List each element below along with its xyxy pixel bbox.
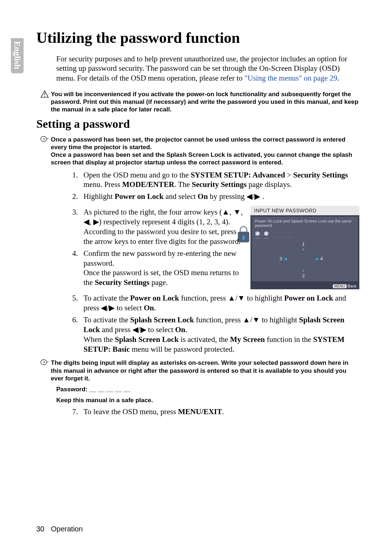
t: On <box>175 325 185 334</box>
step-3: As pictured to the right, the four arrow… <box>80 207 243 246</box>
keep-manual-line: Keep this manual in a safe place. <box>56 397 359 404</box>
t: My Screen <box>230 335 265 344</box>
arrow-up: 1▲ <box>301 241 306 251</box>
t: is activated, the <box>179 335 230 344</box>
svg-text:?: ? <box>43 137 45 141</box>
step-6: To activate the Splash Screen Lock funct… <box>80 315 359 354</box>
intro-text-2: . <box>337 74 339 82</box>
arrow-left: 3 ◀ <box>279 256 287 261</box>
warning-icon <box>40 90 49 99</box>
t: > <box>285 171 293 179</box>
svg-point-1 <box>44 96 45 97</box>
heading-setting: Setting a password <box>36 117 359 131</box>
section-label: Operation <box>51 525 83 533</box>
info-note-2: ? The digits being input will display as… <box>51 359 359 382</box>
language-tab: English <box>11 38 24 73</box>
t: To activate the <box>83 315 130 324</box>
t: Open the OSD menu and go to the <box>83 171 191 179</box>
t: Security Settings <box>192 180 246 189</box>
t: MENU/EXIT <box>178 407 222 416</box>
password-field-line: Password: __ __ __ __ __ <box>56 386 359 393</box>
steps-list-cont2: To activate the Power on Lock function, … <box>62 293 359 354</box>
t: SYSTEM SETUP: Advanced <box>191 171 285 179</box>
svg-rect-5 <box>242 236 245 240</box>
t: Confirm the new password by re-entering … <box>83 249 237 268</box>
t: To leave the OSD menu, press <box>83 407 178 416</box>
info-text-2: Once a password has been set and the Spl… <box>51 151 352 166</box>
t: When the <box>83 335 115 344</box>
t: page. <box>150 278 168 287</box>
t: by pressing ◀/▶ . <box>208 192 264 201</box>
arrow-grid: 1▲ 3 ◀ ▶ 4 ▼2 <box>279 241 330 278</box>
slot-icon <box>288 232 292 237</box>
page-footer: 30Operation <box>36 525 83 533</box>
t: To activate the <box>83 294 130 302</box>
t: menu will be password protected. <box>130 345 234 354</box>
info-icon: ? <box>40 136 49 144</box>
step-7: To leave the OSD menu, press MENU/EXIT. <box>80 407 359 417</box>
warning-text: You will be inconvenienced if you activa… <box>51 91 358 113</box>
slot-icon <box>273 232 277 237</box>
back-label: Back <box>348 284 356 288</box>
t: page displays. <box>246 180 291 189</box>
t: menu. Press <box>83 180 122 189</box>
step-1: Open the OSD menu and go to the SYSTEM S… <box>80 170 359 190</box>
svg-text:?: ? <box>43 361 45 364</box>
arrow-down: ▼2 <box>301 269 306 278</box>
osd-hint: Power On Lock and Splash Screen Lock use… <box>255 219 355 228</box>
t: MODE/ENTER <box>122 180 175 189</box>
link-using-menus[interactable]: "Using the menus" on page 29 <box>244 74 337 82</box>
asterisk-icon: ✱ <box>255 230 260 238</box>
t: and press ◀/▶ to select <box>100 325 175 334</box>
t: . <box>185 325 187 334</box>
step-5: To activate the Power on Lock function, … <box>80 293 359 313</box>
t: and select <box>164 192 198 201</box>
lock-icon <box>237 225 250 243</box>
triangle-down-icon: ▼ <box>301 269 306 273</box>
t: Highlight <box>83 192 115 201</box>
info-text-3: The digits being input will display as a… <box>51 359 348 382</box>
menu-button-label: MENU <box>333 284 346 288</box>
steps-list: Open the OSD menu and go to the SYSTEM S… <box>62 170 359 202</box>
t: . The <box>174 180 192 189</box>
warning-note: You will be inconvenienced if you activa… <box>51 90 359 114</box>
heading-utilizing: Utilizing the password function <box>36 29 359 46</box>
t: On <box>144 303 154 312</box>
slot-icon <box>280 232 285 237</box>
info-icon: ? <box>40 359 49 367</box>
t: Power on Lock <box>115 192 164 201</box>
triangle-up-icon: ▲ <box>301 247 306 251</box>
t: On <box>198 192 208 201</box>
t: Splash Screen Lock <box>115 335 179 344</box>
t: function, press ▲/▼ to highlight <box>179 294 284 302</box>
asterisk-icon: ✱ <box>264 230 269 238</box>
triangle-left-icon: ◀ <box>283 256 287 261</box>
t: Power on Lock <box>284 294 333 302</box>
osd-title: INPUT NEW PASSWORD <box>250 206 359 215</box>
step-2: Highlight Power on Lock and select On by… <box>80 192 359 201</box>
t: . <box>154 303 156 312</box>
info-text-1: Once a password has been set, the projec… <box>51 136 346 151</box>
t: function in the <box>265 335 313 344</box>
t: Splash Screen Lock <box>130 315 194 324</box>
n: 4 <box>320 256 323 261</box>
t: Security Settings <box>95 278 150 287</box>
t: function, press ▲/▼ to highlight <box>194 315 299 324</box>
osd-screenshot: INPUT NEW PASSWORD Power On Lock and Spl… <box>250 206 359 289</box>
osd-footer: MENUBack <box>250 283 359 289</box>
info-note-1: ? Once a password has been set, the proj… <box>51 136 359 167</box>
arrow-right: ▶ 4 <box>316 256 323 261</box>
intro-paragraph: For security purposes and to help preven… <box>56 54 359 83</box>
n: 3 <box>279 256 282 261</box>
triangle-right-icon: ▶ <box>316 256 319 261</box>
steps-list-cont: As pictured to the right, the four arrow… <box>62 207 243 287</box>
t: Security Settings <box>293 171 348 179</box>
osd-password-slots: ✱ ✱ <box>255 230 355 238</box>
steps-list-cont3: To leave the OSD menu, press MENU/EXIT. <box>62 407 359 417</box>
page-number: 30 <box>36 525 44 533</box>
step-4: Confirm the new password by re-entering … <box>80 249 243 288</box>
n: 1 <box>301 241 306 247</box>
n: 2 <box>301 273 306 278</box>
t: Power on Lock <box>130 294 179 302</box>
t: . <box>222 407 224 416</box>
